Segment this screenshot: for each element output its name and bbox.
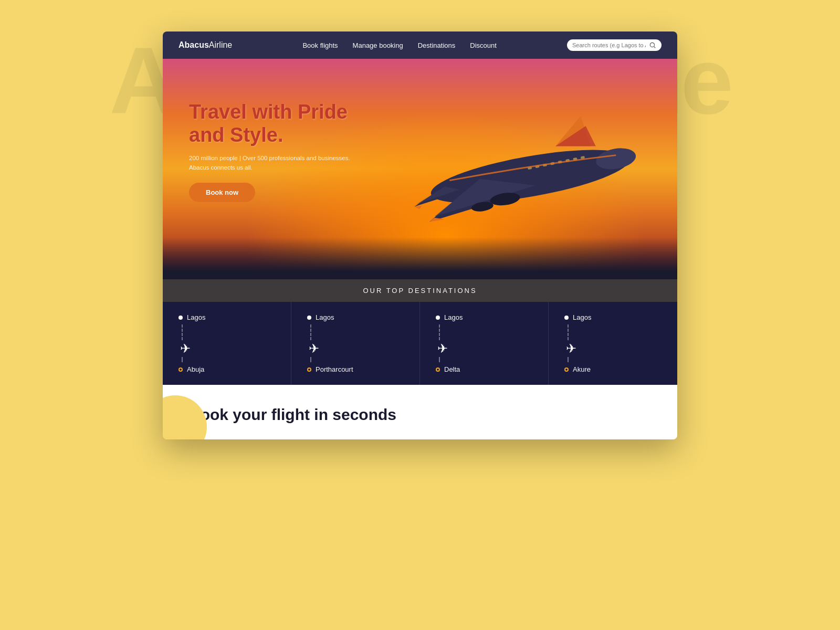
svg-line-1 xyxy=(654,47,656,48)
dashed-line-top-3 xyxy=(439,324,440,340)
from-dot-1 xyxy=(178,316,183,320)
search-icon xyxy=(649,41,656,49)
brand-light: Airline xyxy=(209,40,232,50)
search-bar[interactable] xyxy=(567,39,662,51)
destination-card-3[interactable]: Lagos ✈ Delta xyxy=(420,302,549,385)
destinations-grid: Lagos ✈ Abuja Lagos ✈ xyxy=(163,302,677,385)
dashed-line-top-2 xyxy=(310,324,311,340)
from-label-1: Lagos xyxy=(187,313,205,321)
nav-item-manage-booking[interactable]: Manage booking xyxy=(353,40,403,50)
nav-item-discount[interactable]: Discount xyxy=(470,40,497,50)
dest-from-3: Lagos xyxy=(436,313,532,321)
dest-to-4: Akure xyxy=(564,365,662,373)
hero-airplane xyxy=(404,101,656,254)
hero-title: Travel with Pride and Style. xyxy=(189,101,357,146)
dashed-line-bottom-4 xyxy=(568,357,569,362)
bottom-section: Book your flight in seconds xyxy=(163,385,677,439)
dashed-line-top-1 xyxy=(182,324,183,340)
svg-marker-8 xyxy=(429,218,445,222)
hero-subtitle: 200 million people | Over 500 profession… xyxy=(189,154,357,172)
dashed-line-bottom-2 xyxy=(310,357,311,362)
hero-section: Travel with Pride and Style. 200 million… xyxy=(163,59,677,279)
from-label-4: Lagos xyxy=(573,313,591,321)
dest-from-2: Lagos xyxy=(307,313,404,321)
nav-menu: Book flights Manage booking Destinations… xyxy=(302,40,496,50)
to-dot-4 xyxy=(564,368,569,372)
brand-logo: Abacus Airline xyxy=(178,40,232,50)
book-flight-title: Book your flight in seconds xyxy=(189,406,651,424)
book-now-button[interactable]: Book now xyxy=(189,183,255,202)
route-line-1: ✈ xyxy=(178,324,275,362)
dest-from-4: Lagos xyxy=(564,313,662,321)
from-dot-2 xyxy=(307,316,311,320)
to-dot-1 xyxy=(178,368,183,372)
from-dot-3 xyxy=(436,316,440,320)
destination-card-1[interactable]: Lagos ✈ Abuja xyxy=(163,302,291,385)
route-line-3: ✈ xyxy=(436,324,532,362)
nav-item-destinations[interactable]: Destinations xyxy=(418,40,456,50)
route-line-2: ✈ xyxy=(307,324,404,362)
dashed-line-bottom-1 xyxy=(182,357,183,362)
hero-content: Travel with Pride and Style. 200 million… xyxy=(189,101,357,202)
dashed-line-bottom-3 xyxy=(439,357,440,362)
dashed-line-top-4 xyxy=(568,324,569,340)
plane-icon-2: ✈ xyxy=(309,341,319,356)
nav-item-book-flights[interactable]: Book flights xyxy=(302,40,338,50)
dest-to-3: Delta xyxy=(436,365,532,373)
to-label-4: Akure xyxy=(573,365,591,373)
plane-icon-4: ✈ xyxy=(566,341,576,356)
brand-bold: Abacus xyxy=(178,40,209,50)
destination-card-2[interactable]: Lagos ✈ Portharcourt xyxy=(291,302,420,385)
svg-point-0 xyxy=(650,43,654,47)
destinations-strip: OUR TOP DESTINATIONS xyxy=(163,279,677,302)
dest-to-1: Abuja xyxy=(178,365,275,373)
dest-to-2: Portharcourt xyxy=(307,365,404,373)
destinations-strip-title: OUR TOP DESTINATIONS xyxy=(363,287,477,295)
browser-window: Abacus Airline Book flights Manage booki… xyxy=(163,32,677,439)
from-dot-4 xyxy=(564,316,569,320)
bottom-circle-decoration xyxy=(163,395,207,439)
to-label-1: Abuja xyxy=(187,365,204,373)
navbar: Abacus Airline Book flights Manage booki… xyxy=(163,32,677,59)
to-label-3: Delta xyxy=(444,365,460,373)
from-label-3: Lagos xyxy=(444,313,463,321)
dest-from-1: Lagos xyxy=(178,313,275,321)
route-line-4: ✈ xyxy=(564,324,662,362)
destination-card-4[interactable]: Lagos ✈ Akure xyxy=(549,302,677,385)
to-dot-2 xyxy=(307,368,311,372)
to-label-2: Portharcourt xyxy=(316,365,353,373)
plane-icon-1: ✈ xyxy=(180,341,191,356)
plane-icon-3: ✈ xyxy=(437,341,448,356)
search-input[interactable] xyxy=(572,42,646,48)
to-dot-3 xyxy=(436,368,440,372)
from-label-2: Lagos xyxy=(316,313,334,321)
